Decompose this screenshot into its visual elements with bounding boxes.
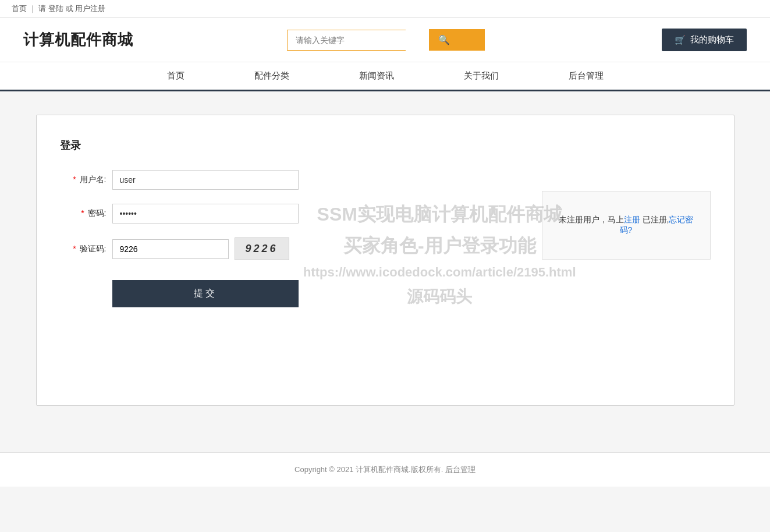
cart-icon: 🛒 <box>675 35 686 45</box>
search-bar: 🔍 <box>287 29 508 51</box>
captcha-image[interactable]: 9226 <box>235 237 289 260</box>
login-title: 登录 <box>60 139 711 152</box>
captcha-row: 9226 <box>112 237 289 260</box>
captcha-label: * 验证码: <box>60 244 107 254</box>
submit-row: 提交 <box>60 274 711 307</box>
nav-item-about[interactable]: 关于我们 <box>429 62 534 90</box>
search-button[interactable]: 🔍 <box>429 29 485 51</box>
not-registered-text: 未注册用户，马上 <box>559 215 624 224</box>
username-input[interactable] <box>112 170 299 190</box>
topbar-home[interactable]: 首页 <box>12 4 27 13</box>
submit-button[interactable]: 提交 <box>112 280 299 307</box>
topbar-login-link[interactable]: 登陆 <box>48 4 63 13</box>
topbar-register-link[interactable]: 用户注册 <box>75 4 105 13</box>
username-group: * 用户名: <box>60 170 711 190</box>
password-input[interactable] <box>112 204 299 224</box>
cart-button[interactable]: 🛒 我的购物车 <box>662 29 747 51</box>
navigation: 首页 配件分类 新闻资讯 关于我们 后台管理 <box>0 62 770 91</box>
already-registered-text: 已注册, <box>643 215 669 224</box>
footer: Copyright © 2021 计算机配件商城.版权所有. 后台管理 <box>0 452 770 487</box>
right-info-box: 未注册用户，马上注册 已注册,忘记密码? <box>542 191 711 260</box>
header: 计算机配件商城 🔍 🛒 我的购物车 <box>0 18 770 62</box>
username-label: * 用户名: <box>60 175 107 185</box>
nav-item-home[interactable]: 首页 <box>132 62 219 90</box>
captcha-required: * <box>73 244 76 253</box>
topbar-or: 或 <box>66 4 73 13</box>
main-content: SSM实现电脑计算机配件商城 买家角色-用户登录功能 https://www.i… <box>0 91 770 441</box>
search-icon: 🔍 <box>438 34 450 45</box>
username-required: * <box>73 175 76 184</box>
nav-item-categories[interactable]: 配件分类 <box>219 62 324 90</box>
login-card: SSM实现电脑计算机配件商城 买家角色-用户登录功能 https://www.i… <box>36 115 734 406</box>
footer-copyright: Copyright © 2021 计算机配件商城.版权所有. <box>294 465 443 474</box>
captcha-input[interactable] <box>112 239 229 259</box>
search-input[interactable] <box>287 30 406 51</box>
register-link[interactable]: 注册 <box>624 215 640 224</box>
nav-item-admin[interactable]: 后台管理 <box>534 62 638 90</box>
top-bar: 首页 ｜ 请 登陆 或 用户注册 <box>0 0 770 18</box>
nav-item-news[interactable]: 新闻资讯 <box>324 62 429 90</box>
topbar-separator: ｜ <box>29 4 37 13</box>
footer-admin-link[interactable]: 后台管理 <box>445 465 476 474</box>
cart-label: 我的购物车 <box>690 34 734 45</box>
password-label: * 密码: <box>60 208 107 219</box>
site-logo: 计算机配件商城 <box>23 30 133 50</box>
topbar-prompt: 请 <box>38 4 46 13</box>
password-required: * <box>81 208 84 218</box>
